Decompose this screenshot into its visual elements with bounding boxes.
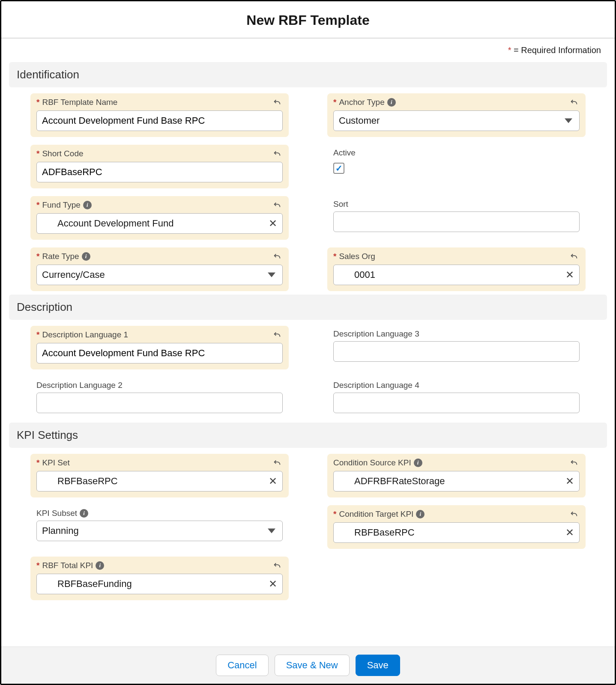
label-sales-org: Sales Org [339, 252, 375, 261]
field-rbf-total-kpi: * RBF Total KPI i RBFBaseFunding ✕ [30, 557, 289, 600]
input-desc2[interactable] [36, 393, 283, 413]
field-short-code: * Short Code [30, 145, 289, 188]
label-anchor-type: Anchor Type [339, 98, 384, 107]
label-cond-src-kpi: Condition Source KPI [333, 458, 411, 468]
label-desc1: Description Language 1 [42, 330, 128, 340]
section-identification: Identification [9, 62, 607, 87]
modal-header: New RBF Template [1, 1, 615, 39]
label-kpi-set: KPI Set [42, 458, 69, 468]
input-desc4[interactable] [333, 393, 580, 413]
clear-icon[interactable]: ✕ [565, 270, 574, 280]
info-icon[interactable]: i [387, 98, 396, 107]
input-sort[interactable] [333, 211, 580, 232]
input-short-code[interactable] [36, 162, 283, 182]
info-icon[interactable]: i [96, 561, 104, 570]
info-icon[interactable]: i [83, 201, 92, 209]
required-star-icon: * [36, 149, 39, 158]
field-desc2: Description Language 2 [30, 377, 289, 419]
undo-icon[interactable] [568, 509, 580, 520]
field-desc3: Description Language 3 [327, 326, 586, 369]
required-star-icon: * [333, 98, 336, 107]
label-fund-type: Fund Type [42, 200, 80, 210]
label-rbf-template-name: RBF Template Name [42, 98, 117, 107]
select-anchor-type[interactable]: Customer [333, 110, 580, 131]
field-desc1: * Description Language 1 [30, 326, 289, 369]
kpi-grid: * KPI Set RBFBaseRPC ✕ Condition Source … [9, 454, 607, 600]
undo-icon[interactable] [568, 97, 580, 108]
checkbox-active[interactable]: ✓ [333, 163, 344, 174]
field-cond-tgt-kpi: * Condition Target KPI i RBFBaseRPC ✕ [327, 505, 586, 549]
info-icon[interactable]: i [416, 510, 425, 518]
required-star-icon: * [36, 252, 39, 261]
lookup-fund-type[interactable]: Account Development Fund ✕ [36, 213, 283, 234]
lookup-rbf-total-kpi[interactable]: RBFBaseFunding ✕ [36, 574, 283, 594]
field-sales-org: * Sales Org 0001 ✕ [327, 247, 586, 291]
cancel-button[interactable]: Cancel [216, 655, 268, 676]
field-kpi-subset: KPI Subset i Planning [30, 505, 289, 549]
select-rate-type[interactable]: Currency/Case [36, 265, 283, 285]
field-anchor-type: * Anchor Type i Customer [327, 93, 586, 137]
select-kpi-subset[interactable]: Planning [36, 521, 283, 541]
section-kpi: KPI Settings [9, 423, 607, 448]
required-star-icon: * [333, 252, 336, 261]
undo-icon[interactable] [272, 457, 283, 468]
required-note: * = Required Information [1, 39, 615, 59]
label-rbf-total-kpi: RBF Total KPI [42, 561, 93, 570]
label-desc3: Description Language 3 [333, 329, 419, 339]
field-desc4: Description Language 4 [327, 377, 586, 419]
lookup-sales-org[interactable]: 0001 ✕ [333, 265, 580, 285]
label-sort: Sort [333, 200, 348, 209]
field-rbf-template-name: * RBF Template Name [30, 93, 289, 137]
save-and-new-button[interactable]: Save & New [275, 655, 350, 676]
field-sort: Sort [327, 196, 586, 240]
required-star-icon: * [333, 509, 336, 519]
required-star-icon: * [36, 561, 39, 570]
undo-icon[interactable] [568, 251, 580, 262]
lookup-cond-src-kpi[interactable]: ADFRBFRateStorage ✕ [333, 471, 580, 491]
required-star-icon: * [508, 45, 511, 55]
info-icon[interactable]: i [82, 252, 90, 261]
field-rate-type: * Rate Type i Currency/Case [30, 247, 289, 291]
info-icon[interactable]: i [80, 509, 88, 518]
undo-icon[interactable] [272, 97, 283, 108]
modal-footer: Cancel Save & New Save [1, 646, 615, 684]
clear-icon[interactable]: ✕ [269, 579, 277, 589]
field-kpi-set: * KPI Set RBFBaseRPC ✕ [30, 454, 289, 497]
undo-icon[interactable] [568, 457, 580, 468]
input-desc1[interactable] [36, 343, 283, 363]
field-active: Active ✓ [327, 145, 586, 188]
label-desc4: Description Language 4 [333, 381, 419, 390]
section-description: Description [9, 295, 607, 320]
label-active: Active [333, 148, 356, 158]
clear-icon[interactable]: ✕ [565, 476, 574, 486]
label-rate-type: Rate Type [42, 252, 79, 261]
required-star-icon: * [36, 330, 39, 340]
required-star-icon: * [36, 98, 39, 107]
info-icon[interactable]: i [414, 459, 422, 467]
field-cond-src-kpi: Condition Source KPI i ADFRBFRateStorage… [327, 454, 586, 497]
save-button[interactable]: Save [356, 655, 400, 676]
form-body: Identification * RBF Template Name * Anc… [1, 59, 615, 646]
input-rbf-template-name[interactable] [36, 110, 283, 131]
undo-icon[interactable] [272, 560, 283, 571]
clear-icon[interactable]: ✕ [565, 527, 574, 538]
label-desc2: Description Language 2 [36, 381, 123, 390]
identification-grid: * RBF Template Name * Anchor Type i Cust… [9, 93, 607, 291]
label-short-code: Short Code [42, 149, 83, 158]
page-title: New RBF Template [1, 12, 615, 28]
undo-icon[interactable] [272, 329, 283, 340]
label-cond-tgt-kpi: Condition Target KPI [339, 509, 413, 519]
required-star-icon: * [36, 458, 39, 468]
undo-icon[interactable] [272, 200, 283, 211]
lookup-cond-tgt-kpi[interactable]: RBFBaseRPC ✕ [333, 522, 580, 543]
undo-icon[interactable] [272, 148, 283, 159]
clear-icon[interactable]: ✕ [269, 218, 277, 229]
field-fund-type: * Fund Type i Account Development Fund ✕ [30, 196, 289, 240]
label-kpi-subset: KPI Subset [36, 509, 77, 518]
undo-icon[interactable] [272, 251, 283, 262]
description-grid: * Description Language 1 Description Lan… [9, 326, 607, 419]
input-desc3[interactable] [333, 341, 580, 362]
lookup-kpi-set[interactable]: RBFBaseRPC ✕ [36, 471, 283, 491]
clear-icon[interactable]: ✕ [269, 476, 277, 486]
required-star-icon: * [36, 200, 39, 210]
